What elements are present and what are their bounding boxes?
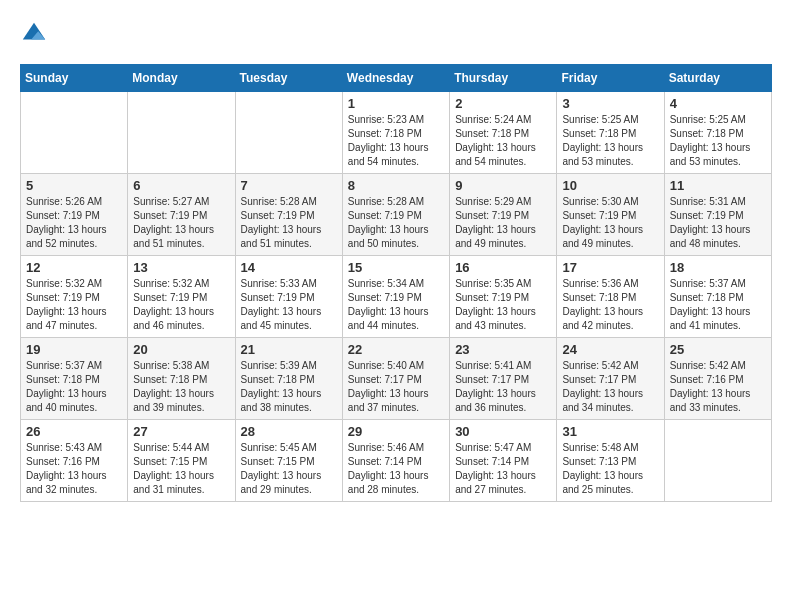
day-info: Sunrise: 5:46 AM Sunset: 7:14 PM Dayligh… xyxy=(348,441,444,497)
calendar-cell: 1Sunrise: 5:23 AM Sunset: 7:18 PM Daylig… xyxy=(342,92,449,174)
day-number: 10 xyxy=(562,178,658,193)
header-tuesday: Tuesday xyxy=(235,65,342,92)
day-info: Sunrise: 5:24 AM Sunset: 7:18 PM Dayligh… xyxy=(455,113,551,169)
day-info: Sunrise: 5:30 AM Sunset: 7:19 PM Dayligh… xyxy=(562,195,658,251)
day-number: 13 xyxy=(133,260,229,275)
day-info: Sunrise: 5:31 AM Sunset: 7:19 PM Dayligh… xyxy=(670,195,766,251)
calendar-cell: 2Sunrise: 5:24 AM Sunset: 7:18 PM Daylig… xyxy=(450,92,557,174)
calendar-cell: 23Sunrise: 5:41 AM Sunset: 7:17 PM Dayli… xyxy=(450,338,557,420)
calendar-cell: 30Sunrise: 5:47 AM Sunset: 7:14 PM Dayli… xyxy=(450,420,557,502)
day-info: Sunrise: 5:39 AM Sunset: 7:18 PM Dayligh… xyxy=(241,359,337,415)
day-info: Sunrise: 5:32 AM Sunset: 7:19 PM Dayligh… xyxy=(26,277,122,333)
calendar-cell xyxy=(235,92,342,174)
day-number: 26 xyxy=(26,424,122,439)
calendar-cell: 27Sunrise: 5:44 AM Sunset: 7:15 PM Dayli… xyxy=(128,420,235,502)
day-number: 7 xyxy=(241,178,337,193)
day-info: Sunrise: 5:48 AM Sunset: 7:13 PM Dayligh… xyxy=(562,441,658,497)
day-number: 9 xyxy=(455,178,551,193)
header-saturday: Saturday xyxy=(664,65,771,92)
weekday-header-row: SundayMondayTuesdayWednesdayThursdayFrid… xyxy=(21,65,772,92)
day-number: 16 xyxy=(455,260,551,275)
day-info: Sunrise: 5:28 AM Sunset: 7:19 PM Dayligh… xyxy=(348,195,444,251)
day-info: Sunrise: 5:41 AM Sunset: 7:17 PM Dayligh… xyxy=(455,359,551,415)
day-number: 20 xyxy=(133,342,229,357)
day-info: Sunrise: 5:23 AM Sunset: 7:18 PM Dayligh… xyxy=(348,113,444,169)
calendar-cell: 22Sunrise: 5:40 AM Sunset: 7:17 PM Dayli… xyxy=(342,338,449,420)
calendar-cell: 18Sunrise: 5:37 AM Sunset: 7:18 PM Dayli… xyxy=(664,256,771,338)
day-info: Sunrise: 5:37 AM Sunset: 7:18 PM Dayligh… xyxy=(26,359,122,415)
calendar-cell: 16Sunrise: 5:35 AM Sunset: 7:19 PM Dayli… xyxy=(450,256,557,338)
calendar-cell: 15Sunrise: 5:34 AM Sunset: 7:19 PM Dayli… xyxy=(342,256,449,338)
day-info: Sunrise: 5:33 AM Sunset: 7:19 PM Dayligh… xyxy=(241,277,337,333)
day-number: 19 xyxy=(26,342,122,357)
logo-icon xyxy=(20,20,48,48)
day-info: Sunrise: 5:42 AM Sunset: 7:16 PM Dayligh… xyxy=(670,359,766,415)
calendar-cell: 29Sunrise: 5:46 AM Sunset: 7:14 PM Dayli… xyxy=(342,420,449,502)
day-number: 22 xyxy=(348,342,444,357)
day-number: 3 xyxy=(562,96,658,111)
calendar-cell: 8Sunrise: 5:28 AM Sunset: 7:19 PM Daylig… xyxy=(342,174,449,256)
day-number: 24 xyxy=(562,342,658,357)
calendar-cell xyxy=(664,420,771,502)
header-monday: Monday xyxy=(128,65,235,92)
calendar-cell: 6Sunrise: 5:27 AM Sunset: 7:19 PM Daylig… xyxy=(128,174,235,256)
day-number: 30 xyxy=(455,424,551,439)
week-row-1: 1Sunrise: 5:23 AM Sunset: 7:18 PM Daylig… xyxy=(21,92,772,174)
calendar-cell: 12Sunrise: 5:32 AM Sunset: 7:19 PM Dayli… xyxy=(21,256,128,338)
day-number: 27 xyxy=(133,424,229,439)
calendar-cell: 10Sunrise: 5:30 AM Sunset: 7:19 PM Dayli… xyxy=(557,174,664,256)
day-info: Sunrise: 5:32 AM Sunset: 7:19 PM Dayligh… xyxy=(133,277,229,333)
day-number: 21 xyxy=(241,342,337,357)
calendar-cell: 3Sunrise: 5:25 AM Sunset: 7:18 PM Daylig… xyxy=(557,92,664,174)
calendar-cell: 19Sunrise: 5:37 AM Sunset: 7:18 PM Dayli… xyxy=(21,338,128,420)
day-info: Sunrise: 5:25 AM Sunset: 7:18 PM Dayligh… xyxy=(562,113,658,169)
week-row-3: 12Sunrise: 5:32 AM Sunset: 7:19 PM Dayli… xyxy=(21,256,772,338)
header-wednesday: Wednesday xyxy=(342,65,449,92)
day-info: Sunrise: 5:40 AM Sunset: 7:17 PM Dayligh… xyxy=(348,359,444,415)
header-sunday: Sunday xyxy=(21,65,128,92)
calendar-cell: 13Sunrise: 5:32 AM Sunset: 7:19 PM Dayli… xyxy=(128,256,235,338)
calendar-cell: 25Sunrise: 5:42 AM Sunset: 7:16 PM Dayli… xyxy=(664,338,771,420)
day-number: 6 xyxy=(133,178,229,193)
day-number: 12 xyxy=(26,260,122,275)
day-info: Sunrise: 5:35 AM Sunset: 7:19 PM Dayligh… xyxy=(455,277,551,333)
day-number: 5 xyxy=(26,178,122,193)
calendar-table: SundayMondayTuesdayWednesdayThursdayFrid… xyxy=(20,64,772,502)
day-number: 14 xyxy=(241,260,337,275)
day-info: Sunrise: 5:36 AM Sunset: 7:18 PM Dayligh… xyxy=(562,277,658,333)
day-number: 2 xyxy=(455,96,551,111)
day-number: 28 xyxy=(241,424,337,439)
day-number: 23 xyxy=(455,342,551,357)
header-thursday: Thursday xyxy=(450,65,557,92)
header-friday: Friday xyxy=(557,65,664,92)
calendar-cell: 11Sunrise: 5:31 AM Sunset: 7:19 PM Dayli… xyxy=(664,174,771,256)
day-number: 8 xyxy=(348,178,444,193)
day-info: Sunrise: 5:44 AM Sunset: 7:15 PM Dayligh… xyxy=(133,441,229,497)
calendar-cell: 26Sunrise: 5:43 AM Sunset: 7:16 PM Dayli… xyxy=(21,420,128,502)
calendar-cell: 31Sunrise: 5:48 AM Sunset: 7:13 PM Dayli… xyxy=(557,420,664,502)
calendar-cell xyxy=(21,92,128,174)
day-info: Sunrise: 5:38 AM Sunset: 7:18 PM Dayligh… xyxy=(133,359,229,415)
week-row-5: 26Sunrise: 5:43 AM Sunset: 7:16 PM Dayli… xyxy=(21,420,772,502)
day-number: 17 xyxy=(562,260,658,275)
day-info: Sunrise: 5:29 AM Sunset: 7:19 PM Dayligh… xyxy=(455,195,551,251)
calendar-cell: 14Sunrise: 5:33 AM Sunset: 7:19 PM Dayli… xyxy=(235,256,342,338)
day-info: Sunrise: 5:43 AM Sunset: 7:16 PM Dayligh… xyxy=(26,441,122,497)
page-header xyxy=(20,20,772,48)
calendar-cell: 20Sunrise: 5:38 AM Sunset: 7:18 PM Dayli… xyxy=(128,338,235,420)
day-info: Sunrise: 5:26 AM Sunset: 7:19 PM Dayligh… xyxy=(26,195,122,251)
day-number: 4 xyxy=(670,96,766,111)
day-number: 15 xyxy=(348,260,444,275)
day-number: 25 xyxy=(670,342,766,357)
day-number: 31 xyxy=(562,424,658,439)
day-number: 18 xyxy=(670,260,766,275)
day-info: Sunrise: 5:34 AM Sunset: 7:19 PM Dayligh… xyxy=(348,277,444,333)
calendar-cell xyxy=(128,92,235,174)
logo xyxy=(20,20,52,48)
day-info: Sunrise: 5:45 AM Sunset: 7:15 PM Dayligh… xyxy=(241,441,337,497)
week-row-2: 5Sunrise: 5:26 AM Sunset: 7:19 PM Daylig… xyxy=(21,174,772,256)
calendar-cell: 28Sunrise: 5:45 AM Sunset: 7:15 PM Dayli… xyxy=(235,420,342,502)
calendar-cell: 9Sunrise: 5:29 AM Sunset: 7:19 PM Daylig… xyxy=(450,174,557,256)
day-info: Sunrise: 5:27 AM Sunset: 7:19 PM Dayligh… xyxy=(133,195,229,251)
calendar-cell: 5Sunrise: 5:26 AM Sunset: 7:19 PM Daylig… xyxy=(21,174,128,256)
